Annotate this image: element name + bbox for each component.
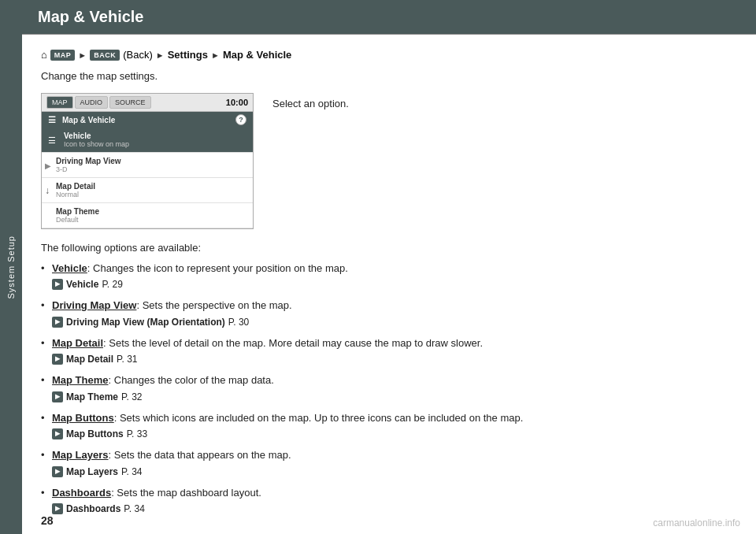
- mockup-menu-icon: ☰: [48, 135, 56, 145]
- ref-page-driving: P. 30: [228, 315, 249, 329]
- options-intro: The following options are available:: [41, 240, 737, 256]
- option-vehicle-ref[interactable]: ▶ Vehicle P. 29: [52, 277, 737, 291]
- ref-page-detail: P. 31: [117, 352, 137, 366]
- breadcrumb-settings: Settings: [168, 49, 208, 61]
- option-theme-name: Map Theme: [52, 374, 109, 386]
- ref-text-driving: Driving Map View (Map Orientation): [66, 315, 225, 329]
- option-buttons-name: Map Buttons: [52, 412, 114, 424]
- mockup-item-theme-sub: Default: [56, 216, 245, 224]
- content-area: ⌂ MAP ► BACK (Back) ► Settings ► Map & V…: [22, 35, 756, 534]
- option-theme-ref[interactable]: ▶ Map Theme P. 32: [52, 390, 737, 404]
- option-buttons-ref[interactable]: ▶ Map Buttons P. 33: [52, 427, 737, 441]
- breadcrumb: ⌂ MAP ► BACK (Back) ► Settings ► Map & V…: [41, 49, 737, 61]
- ref-text-dashboards: Dashboards: [66, 502, 120, 516]
- breadcrumb-arrow3: ►: [211, 50, 220, 60]
- option-driving-ref[interactable]: ▶ Driving Map View (Map Orientation) P. …: [52, 315, 737, 329]
- mockup-menu: Vehicle Icon to show on map ☰ ▶ Driving …: [42, 128, 253, 228]
- sidebar-label: System Setup: [6, 235, 16, 299]
- option-map-detail: Map Detail: Sets the level of detail on …: [41, 336, 737, 367]
- option-vehicle: Vehicle: Changes the icon to represent y…: [41, 261, 737, 292]
- option-theme-text: Map Theme: Changes the color of the map …: [52, 374, 274, 386]
- ref-page-buttons: P. 33: [127, 427, 147, 441]
- back-text: (Back): [123, 49, 153, 61]
- map-button-icon: MAP: [50, 50, 76, 61]
- option-dashboards-ref[interactable]: ▶ Dashboards P. 34: [52, 502, 737, 516]
- page-title: Map & Vehicle: [38, 8, 144, 26]
- breadcrumb-section: Map & Vehicle: [223, 49, 291, 61]
- mockup-header: MAP AUDIO SOURCE 10:00: [42, 94, 253, 112]
- ref-icon-driving: ▶: [52, 317, 63, 328]
- scroll-down-indicator: ↓: [45, 185, 50, 196]
- tab-source[interactable]: SOURCE: [109, 96, 151, 109]
- ref-text-vehicle: Vehicle: [66, 277, 98, 291]
- option-layers-name: Map Layers: [52, 449, 109, 461]
- mockup-item-detail-sub: Normal: [56, 191, 245, 198]
- option-detail-ref[interactable]: ▶ Map Detail P. 31: [52, 352, 737, 366]
- mockup-item-map-theme[interactable]: Map Theme Default: [42, 203, 253, 228]
- mockup-menu-lines: ☰: [48, 115, 56, 125]
- ref-icon-vehicle: ▶: [52, 279, 63, 290]
- option-driving-name: Driving Map View: [52, 299, 136, 311]
- tab-map[interactable]: MAP: [46, 96, 73, 109]
- option-vehicle-text: Vehicle: Changes the icon to represent y…: [52, 262, 348, 274]
- option-layers-text: Map Layers: Sets the data that appears o…: [52, 449, 291, 461]
- mockup-item-vehicle-name: Vehicle: [64, 132, 245, 140]
- option-detail-name: Map Detail: [52, 337, 103, 349]
- mockup-item-vehicle[interactable]: Vehicle Icon to show on map ☰: [42, 128, 253, 153]
- option-map-buttons: Map Buttons: Sets which icons are includ…: [41, 410, 737, 442]
- option-dashboards-name: Dashboards: [52, 487, 111, 499]
- watermark: carmanualonline.info: [653, 517, 740, 528]
- mockup-item-driving-sub: 3-D: [56, 165, 245, 173]
- ref-page-theme: P. 32: [121, 390, 142, 404]
- main-content: Map & Vehicle ⌂ MAP ► BACK (Back) ► Sett…: [22, 0, 756, 534]
- page-description: Change the map settings.: [41, 70, 737, 82]
- ref-text-theme: Map Theme: [66, 390, 118, 404]
- options-section: The following options are available: Veh…: [41, 240, 737, 516]
- mockup-item-detail-name: Map Detail: [56, 182, 245, 191]
- ref-page-layers: P. 34: [121, 465, 142, 479]
- mockup-help-button[interactable]: ?: [235, 114, 246, 125]
- option-layers-ref[interactable]: ▶ Map Layers P. 34: [52, 465, 737, 479]
- option-map-theme: Map Theme: Changes the color of the map …: [41, 373, 737, 404]
- option-dashboards: Dashboards: Sets the map dashboard layou…: [41, 485, 737, 517]
- ref-icon-layers: ▶: [52, 466, 63, 477]
- driving-map-indicator: ▶: [45, 161, 51, 169]
- option-driving-text: Driving Map View: Sets the perspective o…: [52, 299, 292, 311]
- mockup-item-driving-map[interactable]: ▶ Driving Map View 3-D: [42, 153, 253, 178]
- option-detail-text: Map Detail: Sets the level of detail on …: [52, 337, 483, 349]
- breadcrumb-arrow2: ►: [156, 50, 165, 60]
- page-number: 28: [41, 514, 54, 527]
- mockup-item-theme-name: Map Theme: [56, 207, 245, 216]
- option-dashboards-text: Dashboards: Sets the map dashboard layou…: [52, 487, 261, 499]
- option-driving-map: Driving Map View: Sets the perspective o…: [41, 298, 737, 329]
- option-map-layers: Map Layers: Sets the data that appears o…: [41, 447, 737, 479]
- sidebar: System Setup: [0, 0, 22, 534]
- mockup-time: 10:00: [226, 98, 248, 107]
- ref-text-layers: Map Layers: [66, 465, 118, 479]
- ui-mockup: MAP AUDIO SOURCE 10:00 ☰ Map & Vehicle ?: [41, 93, 254, 229]
- ref-page-dashboards: P. 34: [124, 502, 144, 516]
- tab-audio[interactable]: AUDIO: [75, 96, 109, 109]
- ref-icon-theme: ▶: [52, 391, 63, 402]
- option-buttons-text: Map Buttons: Sets which icons are includ…: [52, 412, 523, 424]
- mockup-tabs: MAP AUDIO SOURCE: [46, 96, 151, 109]
- select-option-text: Select an option.: [272, 98, 349, 109]
- mockup-title: Map & Vehicle: [62, 116, 115, 124]
- ref-icon-buttons: ▶: [52, 428, 63, 439]
- mockup-title-bar: ☰ Map & Vehicle ?: [42, 112, 253, 128]
- ref-page-vehicle: P. 29: [102, 277, 122, 291]
- home-icon: ⌂: [41, 49, 47, 61]
- ref-text-detail: Map Detail: [66, 352, 113, 366]
- mockup-item-map-detail[interactable]: ↓ Map Detail Normal: [42, 178, 253, 203]
- mockup-item-driving-name: Driving Map View: [56, 157, 245, 165]
- page-header: Map & Vehicle: [22, 0, 756, 35]
- ref-icon-detail: ▶: [52, 354, 63, 365]
- body-row: MAP AUDIO SOURCE 10:00 ☰ Map & Vehicle ?: [41, 93, 737, 229]
- option-vehicle-name: Vehicle: [52, 262, 87, 274]
- mockup-item-vehicle-sub: Icon to show on map: [64, 140, 245, 148]
- ref-icon-dashboards: ▶: [52, 503, 63, 514]
- breadcrumb-arrow1: ►: [78, 50, 87, 60]
- ref-text-buttons: Map Buttons: [66, 427, 124, 441]
- back-button-icon: BACK: [90, 50, 120, 61]
